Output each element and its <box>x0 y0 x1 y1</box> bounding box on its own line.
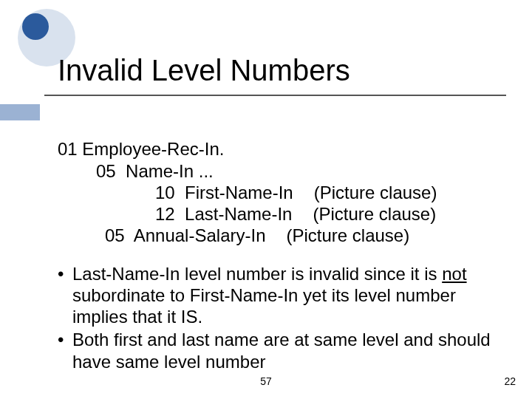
code-l2-lvl: 05 <box>96 161 116 181</box>
footer-page-center: 57 <box>0 375 532 387</box>
code-l4-pic: (Picture clause) <box>313 204 436 224</box>
bullet-1-part-b: subordinate to First-Name-In yet its lev… <box>72 285 456 327</box>
code-l4-name: Last-Name-In <box>185 204 292 224</box>
bullet-1-not: not <box>442 264 466 284</box>
code-l5-lvl: 05 <box>105 225 125 245</box>
decor-circle-inner <box>22 13 49 40</box>
code-l3-pic: (Picture clause) <box>314 183 437 202</box>
code-l2-name: Name-In ... <box>126 161 214 181</box>
code-l3-lvl: 10 <box>155 183 175 202</box>
code-block: 01 Employee-Rec-In. 05 Name-In ... 10 Fi… <box>58 117 501 247</box>
decor-side-bar <box>0 104 40 120</box>
list-item: • Both first and last name are at same l… <box>58 329 492 372</box>
code-l5-pic: (Picture clause) <box>286 225 409 245</box>
list-item: • Last-Name-In level number is invalid s… <box>58 263 492 328</box>
slide: Invalid Level Numbers 01 Employee-Rec-In… <box>0 0 532 399</box>
page-title: Invalid Level Numbers <box>58 54 350 87</box>
title-underline <box>44 95 506 96</box>
code-line-1: 01 Employee-Rec-In. <box>58 139 224 159</box>
bullet-1-text: Last-Name-In level number is invalid sin… <box>72 263 492 328</box>
body-content: 01 Employee-Rec-In. 05 Name-In ... 10 Fi… <box>58 117 501 374</box>
bullet-dot-icon: • <box>58 329 72 372</box>
code-l5-name: Annual-Salary-In <box>134 225 266 245</box>
code-l3-name: First-Name-In <box>185 183 293 202</box>
bullet-2-text: Both first and last name are at same lev… <box>72 329 492 372</box>
code-l4-lvl: 12 <box>155 204 175 224</box>
bullet-1-part-a: Last-Name-In level number is invalid sin… <box>72 264 442 284</box>
bullet-list: • Last-Name-In level number is invalid s… <box>58 263 501 372</box>
bullet-dot-icon: • <box>58 263 72 328</box>
footer-page-right: 22 <box>504 375 516 387</box>
